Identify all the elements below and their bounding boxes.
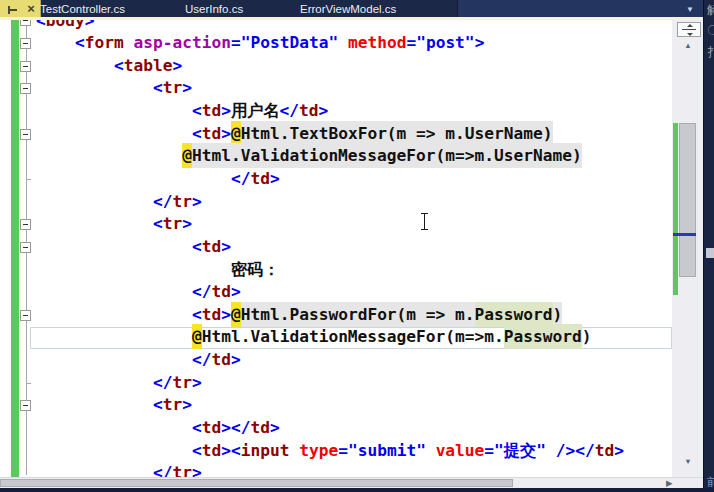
code-token: </ xyxy=(153,192,173,211)
code-token: = xyxy=(231,33,241,52)
code-token: ) xyxy=(582,327,592,346)
code-token: > xyxy=(172,56,182,75)
code-token xyxy=(426,441,436,460)
tool-window-tab-glyph: 解 xyxy=(707,2,714,19)
code-token: </ xyxy=(231,169,251,188)
code-token: < xyxy=(36,20,46,30)
tool-window-tab-glyph: 前 xyxy=(707,474,714,488)
code-token: Html.TextBoxFor(m => m.UserName) xyxy=(241,121,553,146)
code-line: @Html.ValidationMessageFor(m=>m.UserName… xyxy=(36,145,624,168)
code-token: tr xyxy=(172,192,192,211)
code-token: td xyxy=(299,101,319,120)
scroll-up-icon[interactable]: ▲ xyxy=(680,41,696,50)
code-token xyxy=(36,237,192,256)
code-token xyxy=(36,395,153,414)
code-token: > xyxy=(182,395,192,414)
code-line: 密码： xyxy=(36,259,624,282)
code-token: Html.PasswordFor(m => m. xyxy=(241,302,475,327)
code-token: < xyxy=(192,101,202,120)
code-area[interactable]: <body> <form asp-action="PostData" metho… xyxy=(0,20,624,478)
code-token: > xyxy=(270,418,280,437)
tool-window-strip-marker xyxy=(706,248,714,258)
code-token xyxy=(289,441,299,460)
code-token: < xyxy=(114,56,124,75)
code-token: td xyxy=(250,169,270,188)
code-token: > xyxy=(192,192,202,211)
mouse-ibeam-cursor xyxy=(420,213,429,231)
code-token: > xyxy=(231,350,241,369)
code-token: type xyxy=(299,441,338,460)
code-token: 用户名 xyxy=(231,101,280,120)
code-token: form xyxy=(85,33,124,52)
code-token: > xyxy=(182,78,192,97)
code-token xyxy=(546,441,556,460)
code-token xyxy=(36,56,114,75)
code-line: <tr> xyxy=(36,213,624,236)
code-token xyxy=(36,124,192,143)
code-token xyxy=(36,305,192,324)
code-token: </ xyxy=(231,418,251,437)
code-token: > xyxy=(231,282,241,301)
code-line: <td> xyxy=(36,236,624,259)
code-token xyxy=(36,78,153,97)
code-line: <td></td> xyxy=(36,417,624,440)
code-token xyxy=(36,169,231,188)
active-document-accent-line xyxy=(0,17,703,20)
code-token: < xyxy=(192,305,202,324)
code-token: Html.ValidationMessageFor(m=>m. xyxy=(202,327,504,346)
code-token: td xyxy=(202,441,222,460)
code-token: </ xyxy=(192,282,212,301)
code-line: <td>@Html.PasswordFor(m => m.Password) xyxy=(36,304,624,327)
code-token: td xyxy=(250,418,270,437)
code-token: > xyxy=(85,20,95,30)
code-token: td xyxy=(595,441,615,460)
code-token: > xyxy=(192,463,202,477)
scroll-right-icon[interactable]: ▶ xyxy=(666,478,673,488)
code-token xyxy=(36,327,192,346)
code-line: <tr> xyxy=(36,394,624,417)
code-token: > xyxy=(614,441,624,460)
code-line: </td> xyxy=(36,168,624,191)
pin-icon[interactable] xyxy=(7,4,19,16)
code-line: <tr> xyxy=(36,77,624,100)
code-token: > xyxy=(475,33,485,52)
code-editor[interactable]: <body> <form asp-action="PostData" metho… xyxy=(0,20,703,478)
code-token: = xyxy=(484,441,494,460)
code-token: > xyxy=(192,373,202,392)
code-token xyxy=(36,441,192,460)
code-token: </ xyxy=(575,441,595,460)
code-line: </td> xyxy=(36,281,624,304)
tool-window-tab-glyph: 〇 xyxy=(707,22,714,39)
horizontal-scrollbar-thumb[interactable] xyxy=(0,479,513,487)
code-line: <body> xyxy=(36,20,624,33)
code-token: < xyxy=(231,441,241,460)
code-token: "PostData" xyxy=(241,33,338,52)
collapsed-tool-window-strip[interactable]: 解 〇 扌 前 xyxy=(703,0,714,488)
code-token xyxy=(36,146,182,165)
code-token: > xyxy=(221,441,231,460)
code-token: td xyxy=(202,124,222,143)
code-line: <td>@Html.TextBoxFor(m => m.UserName) xyxy=(36,123,624,146)
editor-splitter-button[interactable] xyxy=(677,22,701,37)
scroll-down-icon[interactable]: ▼ xyxy=(680,457,696,466)
code-token: @ xyxy=(182,143,192,168)
code-token xyxy=(124,33,134,52)
code-token: Password xyxy=(504,324,582,349)
vertical-scrollbar-thumb[interactable] xyxy=(679,123,696,277)
code-token: asp-action xyxy=(133,33,230,52)
code-token xyxy=(36,350,192,369)
code-token: > xyxy=(221,237,231,256)
code-line: <td>用户名</td> xyxy=(36,100,624,123)
tab-overflow-dropdown-icon[interactable]: ▼ xyxy=(686,5,694,14)
code-token: tr xyxy=(172,373,192,392)
code-token: > xyxy=(182,214,192,233)
code-line: </td> xyxy=(36,349,624,372)
code-token: td xyxy=(202,418,222,437)
code-token xyxy=(36,192,153,211)
code-token: @ xyxy=(192,324,202,349)
code-token xyxy=(36,101,192,120)
horizontal-scrollbar[interactable]: ▶ xyxy=(0,477,703,488)
code-token: td xyxy=(202,237,222,256)
vertical-scrollbar[interactable]: ▲ ▼ xyxy=(672,20,703,478)
code-token: < xyxy=(153,78,163,97)
